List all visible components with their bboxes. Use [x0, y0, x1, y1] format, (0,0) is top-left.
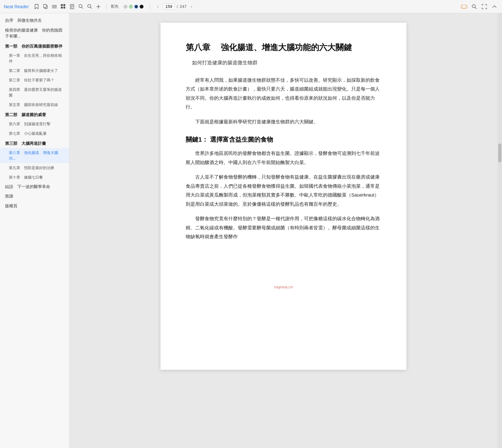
sidebar-item-copyright[interactable]: 版權頁	[0, 201, 69, 211]
watermark-area: 世界許多地區居民吃的發酵食物都含有益生菌。證據顯示，發酵食物可追溯到七千年前波斯…	[186, 149, 381, 167]
svg-rect-1	[44, 4, 46, 8]
sidebar-item-ch10[interactable]: 第十章 健腦七日餐	[0, 173, 69, 182]
watermark: nayona.cn	[274, 285, 293, 289]
paragraph-1: 經常有人問我，如果腸道微生物群狀態不佳，多快可以改善。研究顯示，如採取新的飲食方…	[186, 76, 381, 112]
color-label: 配色	[111, 4, 119, 9]
color-dots	[124, 5, 143, 9]
page-wrapper: 第八章 強化腸道、增進大腦功能的六大關鍵 如何打造健康的腸道微生物群 經常有人問…	[161, 23, 406, 429]
chapter-title: 第八章 強化腸道、增進大腦功能的六大關鍵	[186, 42, 381, 53]
sidebar-item-ch1[interactable]: 第一章 自生至死，與你相依相伴	[0, 51, 69, 66]
separator2	[150, 3, 150, 10]
sidebar-item-ch5[interactable]: 第五章 腦部疾病研究最前線	[0, 100, 69, 109]
cloud-icon[interactable]	[460, 3, 468, 10]
page-number-input[interactable]	[163, 3, 175, 9]
bookmark-icon[interactable]	[33, 3, 40, 10]
chevron-up-icon[interactable]	[491, 3, 498, 10]
section1-paragraph-1: 世界許多地區居民吃的發酵食物都含有益生菌。證據顯示，發酵食物可追溯到七千年前波斯…	[186, 149, 381, 167]
sidebar: 自序 與微生物共生 檢視你的腸道健康 你的危險因子有哪... 第一部 你的百萬億…	[0, 13, 69, 448]
sidebar-item-ch7[interactable]: 第七章 小心腸道亂量	[0, 129, 69, 138]
titlebar: Neat Reader 配色	[0, 0, 502, 13]
subtitle: 如何打造健康的腸道微生物群	[192, 59, 381, 67]
section1-paragraph-2: 古人並不了解食物發酵的機轉，只知發酵食物有益健康。在益生菌膠囊出現在藥房或健康食…	[186, 173, 381, 209]
color-dot-1[interactable]	[124, 5, 127, 9]
scrollbar-thumb[interactable]	[498, 144, 501, 162]
book-page: 第八章 強化腸道、增進大腦功能的六大關鍵 如何打造健康的腸道微生物群 經常有人問…	[161, 23, 406, 370]
sidebar-item-check[interactable]: 檢視你的腸道健康 你的危險因子有哪...	[0, 26, 69, 41]
top-search-icon[interactable]	[470, 3, 478, 10]
search2-icon[interactable]	[86, 3, 93, 10]
paragraph-2: 下面就是根據最新科學研究打造健康微生物群的六大關鍵。	[186, 117, 381, 127]
sidebar-item-part1: 第一部 你的百萬億個親密夥伴	[0, 41, 69, 51]
page-nav: ‹ / 247 ›	[155, 3, 195, 10]
section1-paragraph-3: 發酵食物究竟有什麼特別的？發酵是一種代謝作用，可把像糖這樣的碳水化合物轉化為酒精…	[186, 214, 381, 241]
content-area[interactable]: 第八章 強化腸道、增進大腦功能的六大關鍵 如何打造健康的腸道微生物群 經常有人問…	[69, 13, 498, 448]
svg-point-13	[79, 4, 82, 8]
prev-page-button[interactable]: ‹	[155, 3, 161, 10]
right-scrollbar[interactable]	[498, 13, 502, 448]
svg-line-16	[90, 7, 92, 9]
toolbar-icons	[33, 3, 102, 10]
svg-line-14	[82, 7, 83, 9]
color-dot-3[interactable]	[134, 5, 138, 9]
sidebar-item-preface[interactable]: 自序 與微生物共生	[0, 16, 69, 26]
sidebar-item-part3: 第三部 大腦再造計畫	[0, 138, 69, 148]
next-page-button[interactable]: ›	[189, 3, 195, 10]
add-icon[interactable]	[95, 3, 102, 10]
sidebar-item-conclusion[interactable]: 結語 下一波的醫學革命	[0, 182, 69, 192]
sidebar-item-thanks[interactable]: 致謝	[0, 192, 69, 201]
svg-point-15	[88, 4, 91, 8]
menu-icon[interactable]	[51, 3, 58, 10]
svg-line-20	[475, 7, 477, 9]
sidebar-item-part2: 第二部 腸道菌的威脅	[0, 109, 69, 119]
separator1	[106, 3, 107, 10]
main-layout: 自序 與微生物共生 檢視你的腸道健康 你的危險因子有哪... 第一部 你的百萬億…	[0, 13, 502, 448]
sidebar-item-ch2[interactable]: 第二章 腸胃和大腦都著火了	[0, 66, 69, 75]
svg-point-19	[472, 4, 476, 8]
svg-rect-8	[63, 7, 65, 9]
grid-icon[interactable]	[60, 3, 67, 10]
page-separator: /	[177, 4, 178, 9]
sidebar-item-ch4[interactable]: 第四章 還你愛胖又愛笨的腸道菌	[0, 85, 69, 100]
svg-rect-6	[63, 4, 65, 6]
color-dot-2[interactable]	[129, 5, 133, 9]
color-dot-4[interactable]	[140, 5, 143, 9]
sidebar-item-ch9[interactable]: 第九章 預防是最好的治療	[0, 163, 69, 173]
svg-rect-7	[61, 7, 63, 9]
app-name: Neat Reader	[4, 4, 29, 9]
search-icon[interactable]	[77, 3, 84, 10]
sidebar-item-ch6[interactable]: 第六章 別讓腸道受打擊	[0, 119, 69, 129]
copy-icon[interactable]	[42, 3, 49, 10]
right-icons	[460, 3, 498, 10]
key-num: 關鍵1	[186, 136, 202, 143]
sidebar-item-ch8[interactable]: 第八章 強化腸道、增進大腦功...	[0, 148, 69, 163]
fullscreen-icon[interactable]	[481, 3, 488, 10]
sidebar-item-ch3[interactable]: 第三章 你肚子要窮了嗎？	[0, 75, 69, 85]
document-icon[interactable]	[68, 3, 75, 10]
section1-title: 關鍵1： 選擇富含益生菌的食物	[186, 135, 381, 144]
svg-rect-5	[61, 4, 63, 6]
total-pages: 247	[180, 4, 187, 9]
